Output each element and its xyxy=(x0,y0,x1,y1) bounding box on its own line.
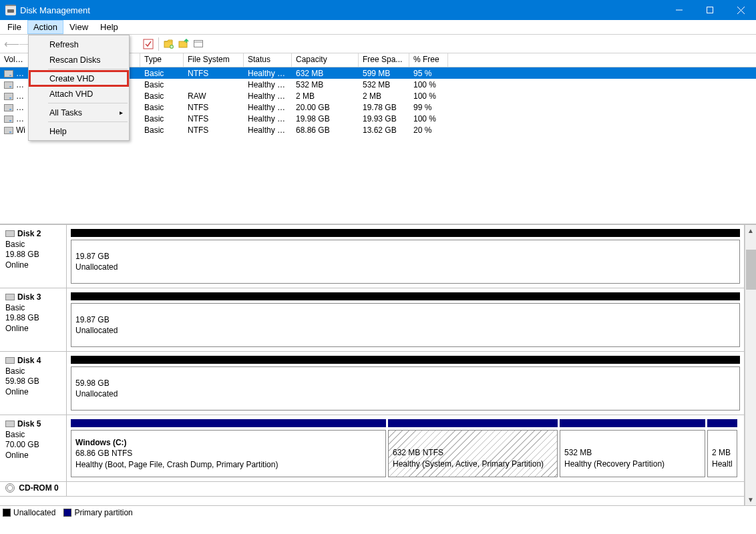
menu-item-rescan-disks[interactable]: Rescan Disks xyxy=(29,52,128,67)
col-type[interactable]: Type xyxy=(140,53,184,67)
cell-status: Healthy (P... xyxy=(244,103,292,112)
close-button[interactable] xyxy=(725,0,756,20)
col-percent-free[interactable]: % Free xyxy=(409,53,448,67)
disk-icon xyxy=(5,294,15,300)
cell-filesystem: NTFS xyxy=(184,69,244,78)
disk-type: Basic xyxy=(5,303,61,314)
col-freespace[interactable]: Free Spa... xyxy=(359,53,409,67)
cell-status: Healthy (S... xyxy=(244,69,292,78)
cell-percent-free: 99 % xyxy=(409,103,448,112)
title-bar: Disk Management xyxy=(0,0,756,20)
minimize-button[interactable] xyxy=(664,0,695,20)
scroll-up-button[interactable]: ▲ xyxy=(745,225,756,236)
menu-view[interactable]: View xyxy=(63,20,94,34)
cell-type: Basic xyxy=(140,125,184,135)
menu-separator xyxy=(48,121,128,122)
volume-icon xyxy=(4,70,13,77)
partition-stripe xyxy=(560,419,705,427)
menu-item-all-tasks[interactable]: All Tasks ▸ xyxy=(29,105,128,120)
partition-windows-c[interactable]: Windows (C:) 68.86 GB NTFS Healthy (Boot… xyxy=(71,430,386,477)
disk-partition-graph[interactable] xyxy=(67,482,744,496)
disk-icon xyxy=(5,421,15,427)
col-volume[interactable]: Volume xyxy=(0,53,30,67)
partition-unallocated[interactable]: 19.87 GB Unallocated xyxy=(71,303,740,347)
svg-rect-9 xyxy=(179,41,187,47)
partition-unallocated[interactable]: 59.98 GB Unallocated xyxy=(71,366,740,411)
cell-freespace: 532 MB xyxy=(359,80,409,89)
cell-type: Basic xyxy=(140,80,184,89)
cell-type: Basic xyxy=(140,91,184,101)
svg-rect-10 xyxy=(194,40,203,47)
vertical-scrollbar[interactable]: ▲ ▼ xyxy=(745,225,756,505)
svg-rect-1 xyxy=(707,7,713,13)
disk-size: 59.98 GB xyxy=(5,376,61,387)
col-status[interactable]: Status xyxy=(244,53,292,67)
partition-stripe xyxy=(71,356,740,364)
cell-type: Basic xyxy=(140,103,184,112)
disk-info: Disk 2 Basic 19.88 GB Online xyxy=(0,225,67,288)
disk-row[interactable]: CD-ROM 0 xyxy=(0,482,744,497)
partition-small[interactable]: 2 MB Healtl xyxy=(707,430,737,477)
volume-icon xyxy=(4,104,13,111)
legend-unallocated: Unallocated xyxy=(3,508,55,517)
volume-icon xyxy=(4,81,13,89)
partition-stripe xyxy=(71,229,740,237)
window-controls xyxy=(664,0,756,20)
partition-stripe xyxy=(71,419,386,427)
attach-folder-icon[interactable] xyxy=(176,37,191,51)
partition-recovery[interactable]: 532 MB Healthy (Recovery Partition) xyxy=(560,430,705,477)
col-filesystem[interactable]: File System xyxy=(184,53,244,67)
menu-separator xyxy=(48,69,128,69)
disk-row[interactable]: Disk 3 Basic 19.88 GB Online 19.87 GB Un… xyxy=(0,288,744,352)
legend-swatch-black xyxy=(3,509,11,517)
refresh-icon[interactable] xyxy=(141,37,156,51)
cell-filesystem: NTFS xyxy=(184,125,244,135)
cell-status: Healthy (P... xyxy=(244,91,292,101)
menu-item-create-vhd[interactable]: Create VHD xyxy=(29,71,128,86)
cell-freespace: 19.78 GB xyxy=(359,103,409,112)
window-title: Disk Management xyxy=(20,5,90,15)
maximize-button[interactable] xyxy=(695,0,725,20)
svg-rect-4 xyxy=(144,39,153,49)
disk-row[interactable]: Disk 2 Basic 19.88 GB Online 19.87 GB Un… xyxy=(0,225,744,288)
cell-freespace: 13.62 GB xyxy=(359,125,409,135)
col-capacity[interactable]: Capacity xyxy=(292,53,359,67)
cell-freespace: 2 MB xyxy=(359,91,409,101)
scroll-thumb[interactable] xyxy=(746,250,756,290)
disk-row[interactable]: Disk 5 Basic 70.00 GB Online Windows (C:… xyxy=(0,415,744,482)
legend-primary: Primary partition xyxy=(63,508,132,517)
volume-icon xyxy=(4,93,13,100)
disk-partition-graph[interactable]: Windows (C:) 68.86 GB NTFS Healthy (Boot… xyxy=(67,415,744,481)
disk-size: 19.88 GB xyxy=(5,250,61,260)
disk-status: Online xyxy=(5,260,61,271)
menu-item-help[interactable]: Help xyxy=(29,123,128,139)
disk-size: 19.88 GB xyxy=(5,313,61,324)
menu-action[interactable]: Action xyxy=(27,20,63,34)
disk-partition-graph[interactable]: 59.98 GB Unallocated xyxy=(67,352,744,415)
cell-filesystem: NTFS xyxy=(184,103,244,112)
nav-back-button[interactable]: ⟵ xyxy=(4,37,19,51)
cell-capacity: 2 MB xyxy=(292,91,359,101)
disk-row[interactable]: Disk 4 Basic 59.98 GB Online 59.98 GB Un… xyxy=(0,352,744,415)
partition-system-reserved[interactable]: 632 MB NTFS Healthy (System, Active, Pri… xyxy=(388,430,558,477)
scroll-down-button[interactable]: ▼ xyxy=(745,494,756,505)
disk-status: Online xyxy=(5,324,61,334)
cell-capacity: 68.86 GB xyxy=(292,125,359,135)
cell-type: Basic xyxy=(140,114,184,123)
properties-icon[interactable] xyxy=(191,37,206,51)
disk-partition-graph[interactable]: 19.87 GB Unallocated xyxy=(67,225,744,288)
disk-partition-graph[interactable]: 19.87 GB Unallocated xyxy=(67,288,744,351)
cell-type: Basic xyxy=(140,69,184,78)
menu-separator xyxy=(48,103,128,103)
menu-item-refresh[interactable]: Refresh xyxy=(29,37,128,52)
disk-graphical-view: Disk 2 Basic 19.88 GB Online 19.87 GB Un… xyxy=(0,224,756,519)
partition-unallocated[interactable]: 19.87 GB Unallocated xyxy=(71,240,740,284)
menu-help[interactable]: Help xyxy=(94,20,124,34)
cell-percent-free: 100 % xyxy=(409,80,448,89)
volume-name: Wi xyxy=(16,125,25,135)
menu-file[interactable]: File xyxy=(1,20,27,34)
menu-item-attach-vhd[interactable]: Attach VHD xyxy=(29,86,128,101)
disk-type: Basic xyxy=(5,430,61,441)
new-folder-icon[interactable] xyxy=(162,37,176,51)
cell-filesystem: RAW xyxy=(184,91,244,101)
